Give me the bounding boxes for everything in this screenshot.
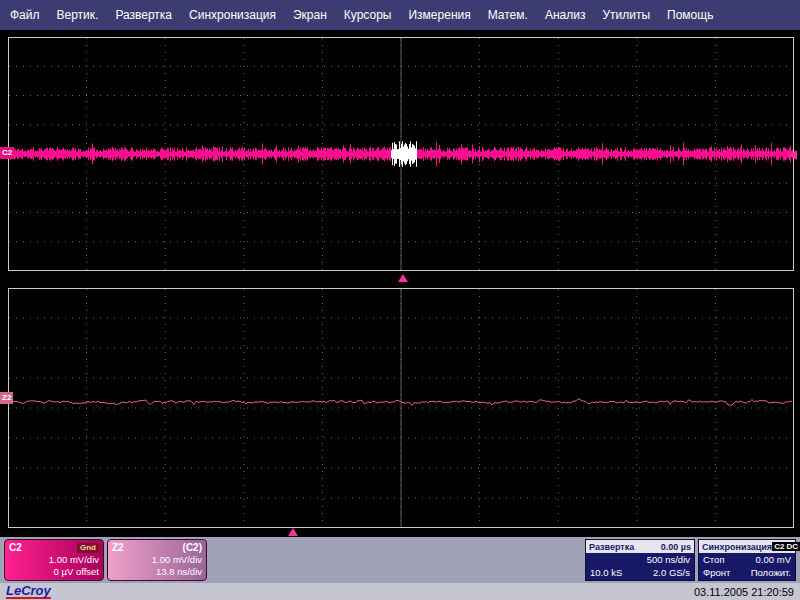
c2-offset: 0 µV offset — [9, 566, 99, 578]
status-bar: LeCroy 03.11.2005 21:20:59 — [0, 583, 800, 600]
z2-position-indicator[interactable]: Z2 — [0, 392, 13, 404]
z2-source-label: (C2) — [183, 542, 202, 554]
trigger-slope-label: Фронт — [703, 566, 730, 579]
c2-trace — [8, 37, 794, 271]
c2-channel-label: C2 — [9, 542, 22, 554]
menu-timebase[interactable]: Развертка — [115, 8, 172, 22]
menu-file[interactable]: Файл — [10, 8, 40, 22]
timebase-box[interactable]: Развертка 0.00 µs 500 ns/div 10.0 kS 2.0… — [585, 539, 695, 581]
trigger-time-marker[interactable] — [398, 274, 408, 282]
grid-upper — [8, 37, 794, 271]
z2-time-per-div: 13.8 ns/div — [112, 566, 202, 578]
trigger-level-marker[interactable] — [789, 150, 797, 160]
z2-trace — [8, 288, 794, 528]
menu-display[interactable]: Экран — [293, 8, 327, 22]
menu-cursors[interactable]: Курсоры — [344, 8, 392, 22]
trigger-slope: Положит. — [751, 566, 791, 579]
menu-analysis[interactable]: Анализ — [545, 8, 586, 22]
trigger-box[interactable]: Синхронизация C2 DC Стоп 0.00 mV Фронт П… — [698, 539, 796, 581]
z2-channel-label: Z2 — [112, 542, 124, 554]
menu-math[interactable]: Матем. — [488, 8, 528, 22]
trigger-mode: Стоп — [703, 553, 725, 566]
menu-utilities[interactable]: Утилиты — [602, 8, 650, 22]
menu-help[interactable]: Помощь — [667, 8, 713, 22]
z2-descriptor-box[interactable]: Z2 (C2) 1.00 mV/div 13.8 ns/div — [107, 539, 207, 581]
timebase-title: Развертка — [589, 542, 634, 552]
c2-position-indicator[interactable]: C2 — [0, 147, 14, 159]
menu-bar: Файл Вертик. Развертка Синхронизация Экр… — [0, 0, 800, 30]
c2-descriptor-box[interactable]: C2 Gnd 1.00 mV/div 0 µV offset — [4, 539, 104, 581]
datetime: 03.11.2005 21:20:59 — [694, 586, 794, 598]
c2-volts-per-div: 1.00 mV/div — [9, 554, 99, 566]
grid-lower — [8, 288, 794, 528]
menu-measure[interactable]: Измерения — [408, 8, 470, 22]
lecroy-logo: LeCroy — [6, 584, 51, 600]
trigger-source-badge: C2 DC — [772, 542, 800, 551]
menu-vertical[interactable]: Вертик. — [57, 8, 99, 22]
z2-volts-per-div: 1.00 mV/div — [112, 554, 202, 566]
timebase-samples: 10.0 kS — [590, 566, 622, 579]
menu-trigger[interactable]: Синхронизация — [189, 8, 276, 22]
c2-coupling-badge: Gnd — [77, 543, 99, 553]
timebase-rate: 2.0 GS/s — [653, 566, 690, 579]
trigger-level: 0.00 mV — [756, 553, 791, 566]
oscilloscope-screen: Файл Вертик. Развертка Синхронизация Экр… — [0, 0, 800, 600]
timebase-tdiv: 500 ns/div — [647, 553, 690, 566]
zoom-position-marker[interactable] — [288, 528, 298, 536]
timebase-position: 0.00 µs — [661, 542, 691, 552]
trigger-title: Синхронизация — [702, 542, 772, 552]
